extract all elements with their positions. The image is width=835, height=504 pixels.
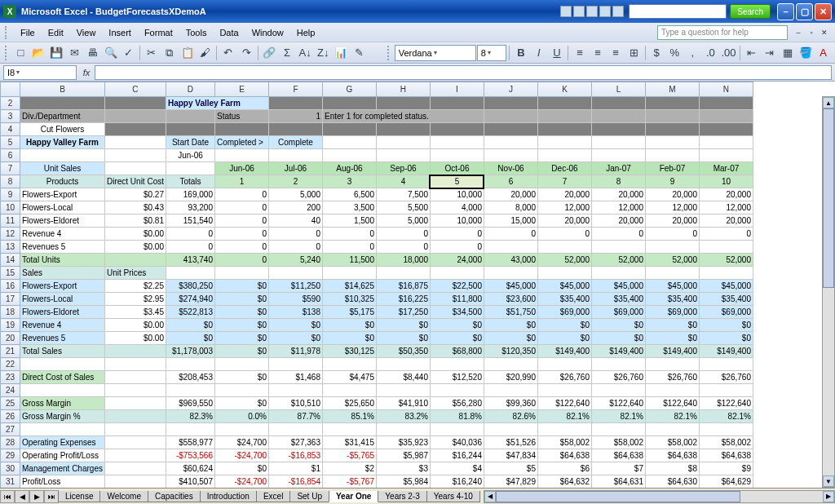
cell[interactable]: $51,750 bbox=[484, 306, 537, 319]
cell[interactable]: Gross Margin bbox=[20, 397, 105, 410]
cell[interactable]: $35,400 bbox=[537, 293, 591, 306]
cell[interactable] bbox=[322, 423, 376, 436]
cell[interactable]: Totals bbox=[166, 175, 214, 188]
spelling-icon[interactable]: ✓ bbox=[120, 44, 137, 62]
drawing-icon[interactable]: ✎ bbox=[351, 44, 368, 62]
copy-icon[interactable]: ⧉ bbox=[161, 44, 178, 62]
cell[interactable]: Jan-07 bbox=[591, 162, 645, 175]
cell[interactable] bbox=[268, 267, 322, 280]
worksheet-grid[interactable]: BCDEFGHIJKLMN2Happy Valley Farm3Div./Dep… bbox=[0, 82, 835, 488]
cell[interactable]: $11,978 bbox=[268, 345, 322, 358]
cell[interactable]: 1 bbox=[214, 175, 268, 188]
column-header[interactable]: I bbox=[430, 82, 484, 97]
cell[interactable]: 82.6% bbox=[484, 410, 537, 423]
row-header[interactable]: 12 bbox=[1, 228, 20, 241]
cell[interactable] bbox=[376, 149, 430, 162]
cell[interactable]: 52,000 bbox=[699, 254, 753, 267]
sheet-tab[interactable]: Year One bbox=[329, 491, 378, 502]
cell[interactable]: $0 bbox=[214, 462, 268, 475]
menu-format[interactable]: Format bbox=[139, 26, 179, 39]
cell[interactable]: $35,400 bbox=[645, 293, 699, 306]
print-icon[interactable]: 🖶 bbox=[84, 44, 101, 62]
cell[interactable]: Mar-07 bbox=[699, 162, 753, 175]
cell[interactable]: 0 bbox=[484, 228, 537, 241]
cell[interactable]: $0 bbox=[376, 319, 430, 332]
cell[interactable]: $47,834 bbox=[484, 449, 537, 462]
row-header[interactable]: 11 bbox=[1, 214, 20, 228]
sheet-tab[interactable]: Welcome bbox=[99, 491, 148, 502]
cell[interactable] bbox=[591, 241, 645, 254]
cell[interactable]: $274,940 bbox=[166, 293, 214, 306]
chart-icon[interactable]: 📊 bbox=[333, 44, 350, 62]
cell[interactable]: Total Units bbox=[20, 254, 105, 267]
cell[interactable]: $35,923 bbox=[376, 436, 430, 449]
cell[interactable]: $522,813 bbox=[166, 306, 214, 319]
decrease-decimal-icon[interactable]: .00 bbox=[720, 44, 737, 62]
cell[interactable]: Operating Expenses bbox=[20, 436, 105, 449]
cell[interactable] bbox=[484, 123, 537, 136]
row-header[interactable]: 17 bbox=[1, 293, 20, 306]
cell[interactable] bbox=[645, 110, 699, 123]
cell[interactable]: 6,500 bbox=[322, 188, 376, 201]
cell[interactable]: 8,000 bbox=[484, 201, 537, 214]
cell[interactable]: 0 bbox=[214, 188, 268, 201]
addin-icon[interactable] bbox=[612, 6, 624, 17]
cell[interactable]: $14,625 bbox=[322, 280, 376, 293]
row-header[interactable]: 8 bbox=[1, 175, 20, 188]
cell[interactable]: 5,240 bbox=[268, 254, 322, 267]
cell[interactable]: $12,520 bbox=[430, 371, 484, 384]
cell[interactable]: 4,000 bbox=[430, 201, 484, 214]
row-header[interactable]: 27 bbox=[1, 423, 20, 436]
cell[interactable] bbox=[591, 267, 645, 280]
cell[interactable]: $0 bbox=[214, 371, 268, 384]
cell[interactable] bbox=[166, 384, 214, 397]
cell[interactable]: 1,500 bbox=[322, 214, 376, 228]
cell[interactable]: 15,000 bbox=[484, 214, 537, 228]
cell[interactable]: 5,500 bbox=[376, 201, 430, 214]
font-size-selector[interactable]: 8 bbox=[477, 45, 507, 61]
cell[interactable]: $16,875 bbox=[376, 280, 430, 293]
cell[interactable] bbox=[104, 149, 166, 162]
cell[interactable]: 82.1% bbox=[591, 410, 645, 423]
cell[interactable]: 0 bbox=[537, 228, 591, 241]
cell[interactable]: Oct-06 bbox=[430, 162, 484, 175]
cell[interactable] bbox=[166, 423, 214, 436]
row-header[interactable]: 16 bbox=[1, 280, 20, 293]
cell[interactable]: $34,500 bbox=[430, 306, 484, 319]
cell[interactable]: $5 bbox=[484, 462, 537, 475]
percent-icon[interactable]: % bbox=[666, 44, 683, 62]
cell[interactable]: $122,640 bbox=[699, 397, 753, 410]
cell[interactable]: Jun-06 bbox=[166, 149, 214, 162]
cell[interactable]: 0 bbox=[376, 241, 430, 254]
cell[interactable]: Profit/Loss bbox=[20, 475, 105, 489]
cell[interactable]: $26,760 bbox=[699, 371, 753, 384]
column-header[interactable]: K bbox=[537, 82, 591, 97]
cell[interactable]: $0.00 bbox=[104, 332, 166, 345]
cell[interactable] bbox=[214, 358, 268, 371]
cell[interactable]: $16,225 bbox=[376, 293, 430, 306]
cell[interactable] bbox=[430, 358, 484, 371]
cell[interactable]: $1 bbox=[268, 462, 322, 475]
close-button[interactable]: ✕ bbox=[815, 3, 832, 20]
cell[interactable] bbox=[104, 97, 166, 110]
cell[interactable]: $60,624 bbox=[166, 462, 214, 475]
cell[interactable]: $56,280 bbox=[430, 397, 484, 410]
row-header[interactable]: 25 bbox=[1, 397, 20, 410]
cell[interactable]: Operating Profit/Loss bbox=[20, 449, 105, 462]
cell[interactable]: $6 bbox=[537, 462, 591, 475]
row-header[interactable]: 15 bbox=[1, 267, 20, 280]
column-header[interactable]: H bbox=[376, 82, 430, 97]
cell[interactable]: Complete bbox=[268, 136, 322, 149]
cell[interactable]: $17,250 bbox=[376, 306, 430, 319]
row-header[interactable]: 28 bbox=[1, 436, 20, 449]
cell[interactable]: $0.00 bbox=[104, 319, 166, 332]
cell[interactable] bbox=[645, 97, 699, 110]
name-box[interactable]: I8 bbox=[3, 65, 77, 80]
cell[interactable]: 20,000 bbox=[484, 188, 537, 201]
cell[interactable]: -$5,767 bbox=[322, 475, 376, 489]
cell[interactable] bbox=[430, 384, 484, 397]
cell[interactable] bbox=[645, 136, 699, 149]
column-header[interactable]: L bbox=[591, 82, 645, 97]
increase-decimal-icon[interactable]: .0 bbox=[702, 44, 719, 62]
cell[interactable]: $69,000 bbox=[699, 306, 753, 319]
